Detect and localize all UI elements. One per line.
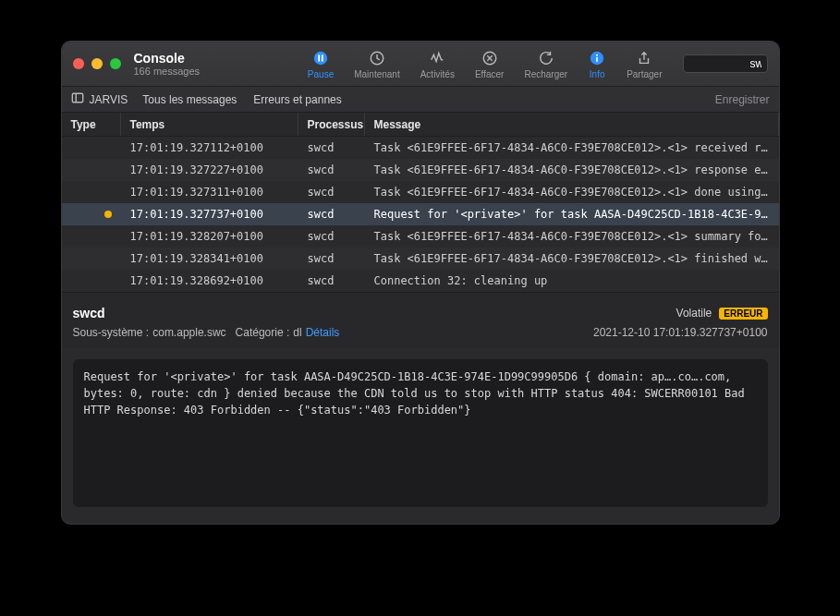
- clear-label: Effacer: [475, 69, 505, 79]
- activities-icon: [428, 49, 446, 67]
- reload-label: Recharger: [524, 69, 567, 79]
- log-row-time: 17:01:19.327737+0100: [121, 208, 298, 221]
- now-button[interactable]: Maintenant: [347, 49, 407, 79]
- window-title-stack: Console 166 messages: [134, 51, 201, 78]
- toolbar: Pause Maintenant Activités Effacer: [300, 49, 768, 79]
- now-label: Maintenant: [354, 69, 399, 79]
- error-badge: ERREUR: [719, 308, 767, 320]
- clock-icon: [368, 49, 386, 67]
- log-row-process: swcd: [298, 208, 365, 221]
- traffic-lights: [73, 58, 121, 69]
- console-window: Console 166 messages Pause Maintenant: [61, 41, 780, 525]
- subsystem-value: com.apple.swc: [152, 326, 225, 339]
- col-header-type[interactable]: Type: [62, 113, 121, 136]
- log-row-message: Task <61E9FFEE-6F17-4834-A6C0-F39E708CE0…: [365, 252, 779, 265]
- sidebar-icon: [71, 91, 84, 107]
- log-row-process: swcd: [298, 186, 365, 199]
- pause-button[interactable]: Pause: [300, 49, 341, 79]
- info-icon: [588, 49, 606, 67]
- col-header-message[interactable]: Message: [365, 113, 779, 136]
- share-label: Partager: [627, 69, 662, 79]
- svg-point-0: [314, 51, 327, 64]
- log-row-time: 17:01:19.327112+0100: [121, 141, 298, 154]
- filter-bar: JARVIS Tous les messages Erreurs et pann…: [62, 87, 779, 113]
- category-label: Catégorie :: [236, 326, 290, 339]
- log-row-process: swcd: [298, 252, 365, 265]
- activities-label: Activités: [420, 69, 455, 79]
- log-row-message: Connection 32: cleaning up: [365, 274, 779, 287]
- log-row-message: Task <61E9FFEE-6F17-4834-A6C0-F39E708CE0…: [365, 141, 779, 154]
- device-name: JARVIS: [90, 93, 128, 106]
- pause-label: Pause: [308, 69, 334, 79]
- log-row-process: swcd: [298, 274, 365, 287]
- svg-point-6: [596, 54, 598, 55]
- clear-button[interactable]: Effacer: [468, 49, 512, 79]
- log-row[interactable]: 17:01:19.327112+0100swcdTask <61E9FFEE-6…: [62, 137, 779, 159]
- log-row-message: Request for '<private>' for task AASA-D4…: [365, 208, 779, 221]
- subsystem-label: Sous-système :: [73, 326, 150, 339]
- log-table-body: 17:01:19.327112+0100swcdTask <61E9FFEE-6…: [62, 137, 779, 292]
- warning-icon: [104, 211, 112, 218]
- log-row-time: 17:01:19.327227+0100: [121, 163, 298, 176]
- save-button[interactable]: Enregistrer: [715, 93, 770, 106]
- search-input[interactable]: [683, 54, 768, 73]
- close-window-button[interactable]: [73, 58, 84, 69]
- log-row[interactable]: 17:01:19.328341+0100swcdTask <61E9FFEE-6…: [62, 248, 779, 270]
- reload-button[interactable]: Recharger: [517, 49, 575, 79]
- details-link[interactable]: Détails: [306, 326, 340, 339]
- log-row-message: Task <61E9FFEE-6F17-4834-A6C0-F39E708CE0…: [365, 186, 779, 199]
- detail-timestamp: 2021-12-10 17:01:19.327737+0100: [593, 326, 768, 339]
- info-label: Info: [590, 69, 605, 79]
- tab-errors-faults[interactable]: Erreurs et pannes: [253, 93, 341, 106]
- log-row-type: [62, 211, 121, 218]
- svg-rect-9: [72, 93, 82, 103]
- col-header-process[interactable]: Processus: [298, 113, 365, 136]
- log-row-message: Task <61E9FFEE-6F17-4834-A6C0-F39E708CE0…: [365, 163, 779, 176]
- col-header-time[interactable]: Temps: [121, 113, 298, 136]
- activities-button[interactable]: Activités: [413, 49, 462, 79]
- info-button[interactable]: Info: [580, 49, 614, 79]
- detail-message-body[interactable]: Request for '<private>' for task AASA-D4…: [73, 359, 768, 507]
- zoom-window-button[interactable]: [110, 58, 121, 69]
- share-button[interactable]: Partager: [619, 49, 669, 79]
- message-count: 166 messages: [134, 66, 201, 78]
- search-field[interactable]: TOUT ⌄: [683, 54, 768, 73]
- log-row[interactable]: 17:01:19.328207+0100swcdTask <61E9FFEE-6…: [62, 225, 779, 248]
- category-value: dl: [293, 326, 301, 339]
- log-row-process: swcd: [298, 141, 365, 154]
- log-row-time: 17:01:19.328692+0100: [121, 274, 298, 287]
- log-row-process: swcd: [298, 163, 365, 176]
- device-selector[interactable]: JARVIS: [71, 91, 128, 107]
- log-row[interactable]: 17:01:19.328692+0100swcdConnection 32: c…: [62, 270, 779, 292]
- svg-rect-7: [596, 56, 598, 61]
- log-row-time: 17:01:19.328207+0100: [121, 230, 298, 243]
- log-row-message: Task <61E9FFEE-6F17-4834-A6C0-F39E708CE0…: [365, 230, 779, 243]
- titlebar: Console 166 messages Pause Maintenant: [62, 42, 779, 87]
- tab-all-messages[interactable]: Tous les messages: [142, 93, 237, 106]
- app-title: Console: [134, 51, 201, 66]
- log-row[interactable]: 17:01:19.327311+0100swcdTask <61E9FFEE-6…: [62, 181, 779, 203]
- share-icon: [635, 49, 653, 67]
- log-row-process: swcd: [298, 230, 365, 243]
- svg-rect-2: [322, 54, 323, 61]
- detail-process-name: swcd: [73, 306, 105, 320]
- minimize-window-button[interactable]: [91, 58, 103, 69]
- log-row-time: 17:01:19.328341+0100: [121, 252, 298, 265]
- search-group: TOUT ⌄: [683, 54, 768, 73]
- svg-rect-1: [318, 54, 320, 61]
- log-row[interactable]: 17:01:19.327737+0100swcdRequest for '<pr…: [62, 203, 779, 225]
- reload-icon: [537, 49, 555, 67]
- log-row[interactable]: 17:01:19.327227+0100swcdTask <61E9FFEE-6…: [62, 159, 779, 181]
- pause-icon: [311, 49, 330, 67]
- detail-panel: swcd Volatile ERREUR Sous-système : com.…: [62, 292, 779, 348]
- clear-icon: [481, 49, 499, 67]
- log-column-header: Type Temps Processus Message: [62, 113, 779, 137]
- detail-volatility: Volatile: [676, 307, 712, 320]
- log-row-time: 17:01:19.327311+0100: [121, 186, 298, 199]
